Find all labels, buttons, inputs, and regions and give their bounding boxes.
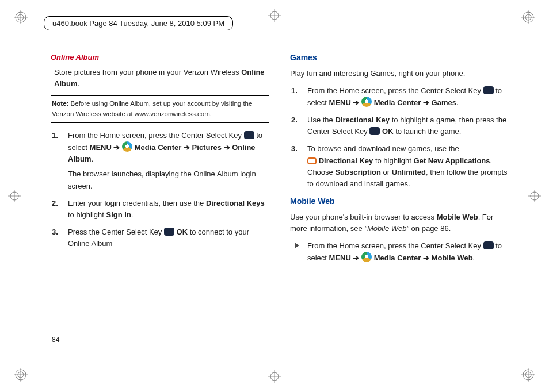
- text-bold: Mobile Web: [437, 213, 478, 221]
- text-bold: Games: [432, 98, 456, 107]
- note-link: www.verizonwireless.com: [135, 110, 210, 117]
- text: to highlight: [68, 210, 106, 219]
- cropmark-icon: [268, 9, 281, 22]
- triangle-bullet-icon: [295, 243, 299, 248]
- text-bold: Mobile Web: [432, 253, 473, 262]
- cropmark-icon: [521, 10, 535, 24]
- games-step-2: 2. Use the Directional Key to highlight …: [307, 114, 509, 137]
- text: .: [77, 79, 79, 88]
- heading-mobile-web: Mobile Web: [290, 195, 509, 208]
- step-number: 2.: [52, 198, 58, 209]
- step-1: 1. From the Home screen, press the Cente…: [68, 130, 269, 192]
- directional-key-icon: [307, 157, 317, 164]
- text-bold: MENU: [90, 143, 112, 152]
- heading-online-album: Online Album: [51, 52, 269, 63]
- text: to launch the game.: [394, 127, 462, 136]
- note-box: Note: Before using Online Album, set up …: [51, 95, 269, 123]
- cropmark-icon: [528, 190, 541, 202]
- text-bold: MENU: [329, 98, 351, 107]
- text: on page 86.: [409, 224, 451, 233]
- step-2: 2. Enter your login credentials, then us…: [68, 198, 269, 221]
- step-number: 1.: [291, 85, 298, 97]
- step-number: 2.: [291, 114, 298, 126]
- note-text: .: [210, 110, 212, 117]
- text: Store pictures from your phone in your V…: [54, 68, 241, 76]
- online-album-intro: Store pictures from your phone in your V…: [54, 67, 266, 90]
- right-column: Games Play fun and interesting Games, ri…: [290, 52, 509, 347]
- steps-list: 1. From the Home screen, press the Cente…: [51, 130, 269, 249]
- text: .: [473, 253, 475, 262]
- games-intro: Play fun and interesting Games, right on…: [290, 68, 505, 79]
- text: From the Home screen, press the Center S…: [307, 86, 483, 95]
- center-select-key-icon: [164, 228, 174, 236]
- text: To browse and download new games, use th…: [307, 144, 459, 153]
- media-center-icon: [361, 97, 372, 107]
- note-label: Note:: [52, 100, 68, 107]
- text-bold: Directional Key: [335, 116, 390, 124]
- text: Enter your login credentials, then use t…: [68, 199, 206, 207]
- cropmark-icon: [14, 10, 28, 24]
- games-steps: 1. From the Home screen, press the Cente…: [290, 85, 509, 190]
- text: Use the: [307, 116, 335, 124]
- heading-games: Games: [290, 52, 509, 64]
- mobile-web-intro: Use your phone's built-in browser to acc…: [290, 212, 505, 235]
- cropmark-icon: [521, 368, 535, 382]
- center-select-key-icon: [483, 241, 494, 249]
- text: From the Home screen, press the Center S…: [307, 241, 483, 250]
- step-number: 3.: [52, 226, 58, 238]
- media-center-icon: [122, 141, 132, 152]
- text-bold: Directional Keys: [206, 199, 265, 207]
- arrow-icon: ➔: [112, 143, 122, 152]
- games-step-1: 1. From the Home screen, press the Cente…: [307, 85, 509, 109]
- games-step-3: 3. To browse and download new games, use…: [307, 143, 509, 190]
- step-number: 1.: [52, 130, 58, 141]
- text-bold: MENU: [329, 253, 351, 262]
- left-column: Online Album Store pictures from your ph…: [51, 52, 269, 347]
- text: .: [131, 210, 134, 219]
- text: .: [456, 98, 459, 107]
- cropmark-icon: [268, 370, 281, 383]
- arrow-icon: ➔: [351, 98, 361, 107]
- center-select-key-icon: [244, 131, 254, 139]
- center-select-key-icon: [369, 127, 380, 135]
- text: .: [91, 155, 93, 163]
- cropmark-icon: [14, 368, 28, 382]
- text-bold: Sign In: [106, 210, 131, 219]
- text: or: [381, 168, 392, 176]
- mobile-web-step: From the Home screen, press the Center S…: [290, 240, 509, 264]
- page-header-stamp: u460.book Page 84 Tuesday, June 8, 2010 …: [44, 16, 233, 30]
- cropmark-icon: [8, 190, 21, 202]
- arrow-icon: ➔: [181, 143, 192, 152]
- text: Press the Center Select Key: [68, 228, 164, 236]
- text-bold: Pictures: [192, 143, 222, 152]
- media-center-icon: [361, 252, 372, 262]
- text: Use your phone's built-in browser to acc…: [290, 213, 437, 221]
- step-3: 3. Press the Center Select Key OK to con…: [68, 226, 269, 249]
- text-bold: OK: [382, 127, 394, 136]
- arrow-icon: ➔: [351, 253, 361, 262]
- step-number: 3.: [291, 143, 298, 155]
- text: to highlight: [373, 156, 413, 165]
- arrow-icon: ➔: [421, 253, 431, 262]
- arrow-icon: ➔: [421, 98, 431, 107]
- text-bold: Media Center: [374, 98, 421, 107]
- text-bold: Subscription: [335, 168, 380, 176]
- page-number: 84: [52, 336, 59, 344]
- arrow-icon: ➔: [222, 143, 232, 152]
- page-content: Online Album Store pictures from your ph…: [51, 52, 509, 347]
- center-select-key-icon: [483, 86, 494, 94]
- text-bold: Unlimited: [392, 168, 426, 176]
- text: From the Home screen, press the Center S…: [68, 131, 244, 140]
- text-italic: "Mobile Web": [364, 224, 409, 233]
- text-bold: Directional Key: [319, 156, 373, 165]
- text-bold: OK: [177, 228, 188, 236]
- text-bold: Get New Applications: [413, 156, 490, 165]
- text-bold: Media Center: [135, 143, 182, 152]
- text-bold: Media Center: [374, 253, 421, 262]
- step-1-sub: The browser launches, displaying the Onl…: [68, 168, 269, 191]
